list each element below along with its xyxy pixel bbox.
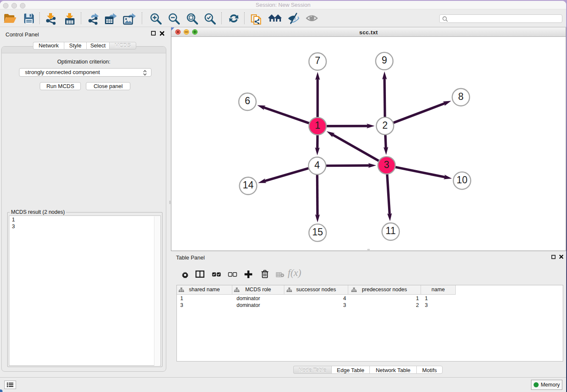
svg-text:9: 9 [382,55,387,66]
svg-text:14: 14 [243,179,254,190]
svg-text:11: 11 [385,225,396,236]
svg-text:2: 2 [383,120,388,131]
svg-text:3: 3 [384,159,389,170]
svg-text:15: 15 [312,226,323,237]
svg-text:7: 7 [315,55,320,66]
svg-text:1: 1 [315,120,320,131]
svg-text:4: 4 [314,160,320,171]
svg-text:10: 10 [457,174,468,185]
svg-text:6: 6 [245,95,250,106]
svg-text:8: 8 [458,91,464,102]
